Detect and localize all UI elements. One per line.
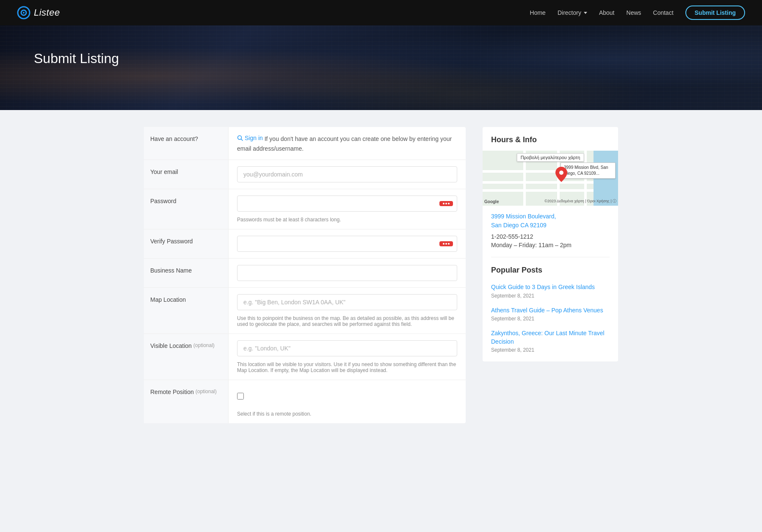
nav-directory[interactable]: Directory xyxy=(558,9,587,16)
map-info-box: 3999 Mission Blvd, San Diego, CA 92109..… xyxy=(560,163,616,179)
post-date: September 8, 2021 xyxy=(491,347,610,353)
page-title: Submit Listing xyxy=(34,51,728,66)
account-row: Have an account? Sign in If you don't ha… xyxy=(144,127,466,160)
nav-news[interactable]: News xyxy=(627,9,641,16)
submit-listing-button[interactable]: Submit Listing xyxy=(685,6,745,20)
post-date: September 8, 2021 xyxy=(491,293,610,299)
remote-position-label: Remote Position (optional) xyxy=(144,380,229,423)
dot2 xyxy=(445,243,447,245)
password-row: Password Passwords must be at least 8 ch… xyxy=(144,189,466,229)
list-item: Zakynthos, Greece: Our Last Minute Trave… xyxy=(491,329,610,353)
address-phone: 1-202-555-1212 xyxy=(491,233,610,240)
hero-section: Submit Listing xyxy=(0,25,762,110)
hours-info-card: Hours & Info Προβολή μεγαλύτερου χάρτη xyxy=(483,127,618,361)
dot3 xyxy=(448,243,450,245)
main-container: Have an account? Sign in If you don't ha… xyxy=(127,127,635,423)
account-label: Have an account? xyxy=(144,127,229,160)
visible-location-label: Visible Location (optional) xyxy=(144,334,229,380)
submit-listing-form: Have an account? Sign in If you don't ha… xyxy=(144,127,466,423)
email-label: Your email xyxy=(144,160,229,189)
password-toggle-button[interactable] xyxy=(439,201,453,206)
visible-location-input[interactable] xyxy=(237,340,457,356)
visible-location-row: Visible Location (optional) This locatio… xyxy=(144,334,466,380)
logo-icon xyxy=(17,6,30,19)
popular-posts-title: Popular Posts xyxy=(491,266,610,275)
post-link[interactable]: Zakynthos, Greece: Our Last Minute Trave… xyxy=(491,329,610,346)
map-location-row: Map Location Use this to poinpoint the b… xyxy=(144,288,466,334)
remote-position-checkbox-row xyxy=(237,386,457,406)
email-row: Your email xyxy=(144,160,466,189)
password-wrapper xyxy=(237,196,457,212)
password-input[interactable] xyxy=(237,196,457,212)
verify-password-toggle-button[interactable] xyxy=(439,241,453,246)
post-link[interactable]: Quick Guide to 3 Days in Greek Islands xyxy=(491,283,610,292)
dot1 xyxy=(443,243,444,245)
sign-in-link[interactable]: Sign in xyxy=(237,133,263,143)
list-item: Quick Guide to 3 Days in Greek Islands S… xyxy=(491,283,610,299)
map-pin xyxy=(555,167,567,184)
chevron-down-icon xyxy=(584,12,587,14)
nav-contact[interactable]: Contact xyxy=(653,9,674,16)
nav-home[interactable]: Home xyxy=(530,9,546,16)
post-link[interactable]: Athens Travel Guide – Pop Athens Venues xyxy=(491,306,610,315)
map-container[interactable]: Προβολή μεγαλύτερου χάρτη 3999 Mission B… xyxy=(483,151,618,206)
verify-password-row: Verify Password xyxy=(144,229,466,259)
search-icon xyxy=(237,135,243,141)
visible-location-hint: This location will be visible to your vi… xyxy=(237,361,457,373)
svg-point-2 xyxy=(23,12,25,14)
verify-password-label: Verify Password xyxy=(144,229,229,258)
popular-posts-section: Popular Posts Quick Guide to 3 Days in G… xyxy=(483,257,618,361)
posts-list: Quick Guide to 3 Days in Greek Islands S… xyxy=(491,283,610,353)
business-name-row: Business Name xyxy=(144,259,466,288)
logo[interactable]: Listee xyxy=(17,6,60,19)
address-link[interactable]: 3999 Mission Boulevard, San Diego CA 921… xyxy=(491,212,610,230)
password-label: Password xyxy=(144,189,229,229)
verify-password-wrapper xyxy=(237,236,457,252)
hero-content: Submit Listing xyxy=(0,25,762,92)
email-input[interactable] xyxy=(237,166,457,182)
remote-position-hint: Select if this is a remote position. xyxy=(237,411,457,417)
google-logo: Google xyxy=(484,199,499,204)
remote-position-checkbox[interactable] xyxy=(237,393,244,400)
account-content: Sign in If you don't have an account you… xyxy=(229,127,466,160)
remote-position-row: Remote Position (optional) Select if thi… xyxy=(144,380,466,423)
dot2 xyxy=(445,203,447,204)
dot3 xyxy=(448,203,450,204)
logo-text: Listee xyxy=(34,7,60,18)
list-item: Athens Travel Guide – Pop Athens Venues … xyxy=(491,306,610,322)
visible-location-field-col: This location will be visible to your vi… xyxy=(229,334,466,380)
verify-password-input[interactable] xyxy=(237,236,457,252)
dot1 xyxy=(443,203,444,204)
hours-title: Hours & Info xyxy=(483,127,618,151)
svg-point-5 xyxy=(559,171,563,175)
map-location-label: Map Location xyxy=(144,288,229,334)
post-date: September 8, 2021 xyxy=(491,316,610,322)
nav-about[interactable]: About xyxy=(599,9,615,16)
sidebar: Hours & Info Προβολή μεγαλύτερου χάρτη xyxy=(483,127,618,374)
svg-line-4 xyxy=(241,139,243,141)
remote-position-field-col: Select if this is a remote position. xyxy=(229,380,466,423)
email-field-col xyxy=(229,160,466,189)
map-label[interactable]: Προβολή μεγαλύτερου χάρτη xyxy=(517,153,584,162)
map-location-input[interactable] xyxy=(237,294,457,310)
address-info: 3999 Mission Boulevard, San Diego CA 921… xyxy=(483,206,618,257)
password-hint: Passwords must be at least 8 characters … xyxy=(237,217,457,223)
address-hours: Monday – Friday: 11am – 2pm xyxy=(491,242,610,248)
map-location-hint: Use this to poinpoint the business on th… xyxy=(237,315,457,327)
header: Listee Home Directory About News Contact… xyxy=(0,0,762,25)
business-name-input[interactable] xyxy=(237,265,457,281)
business-name-field-col xyxy=(229,259,466,287)
map-location-field-col: Use this to poinpoint the business on th… xyxy=(229,288,466,334)
password-field-col: Passwords must be at least 8 characters … xyxy=(229,189,466,229)
business-name-label: Business Name xyxy=(144,259,229,287)
location-pin-icon xyxy=(555,167,567,182)
map-copyright: ©2023 Δεδομένα χάρτη | Όροι Χρήσης | ⓘ xyxy=(544,198,616,204)
verify-password-field-col xyxy=(229,229,466,258)
main-nav: Home Directory About News Contact Submit… xyxy=(530,6,745,20)
